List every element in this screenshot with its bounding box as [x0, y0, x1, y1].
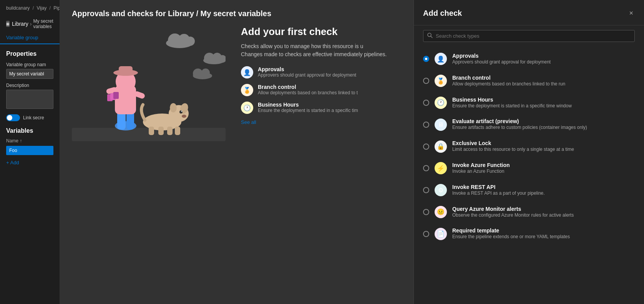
svg-rect-23 — [113, 92, 119, 99]
panel-check-item-rest-api[interactable]: ⚙ Invoke REST API Invoke a REST API as a… — [414, 179, 644, 201]
panel-check-icon-business: 🕐 — [435, 97, 447, 109]
panel-check-item-approvals[interactable]: 👤 Approvals Approvers should grant appro… — [414, 48, 644, 70]
breadcrumb-sep1: / — [33, 5, 34, 11]
panel-check-icon-template: 📄 — [435, 228, 447, 240]
radio-lock[interactable] — [423, 144, 429, 150]
svg-rect-31 — [149, 127, 154, 135]
breadcrumb: buildcanary / Vijay / Pipelines / Librar… — [0, 0, 60, 15]
breadcrumb-org[interactable]: buildcanary — [6, 5, 30, 11]
svg-rect-18 — [119, 66, 133, 75]
variables-section: Variables Name ↑ Foo + Add — [0, 127, 60, 168]
svg-line-36 — [431, 36, 433, 38]
panel-header: Add check × — [414, 0, 644, 25]
panel-check-item-azure-fn[interactable]: ⚡ Invoke Azure Function Invoke an Azure … — [414, 157, 644, 179]
panel-check-name-rest-api: Invoke REST API — [452, 184, 545, 190]
main-checks-items: 👤 Approvals Approvers should grant appro… — [241, 66, 401, 114]
check-info-approvals: Approvals Approvers should grant approva… — [258, 66, 356, 78]
panel-check-desc-artifact: Ensure artifacts adhere to custom polici… — [452, 124, 587, 131]
check-name-business: Business Hours — [258, 102, 358, 108]
panel-check-info-template: Required template Ensure the pipeline ex… — [452, 227, 570, 240]
check-name-branch: Branch control — [258, 84, 358, 90]
check-info-branch: Branch control Allow deployments based o… — [258, 84, 358, 95]
add-variable-button[interactable]: + Add — [6, 157, 53, 168]
radio-rest-api[interactable] — [423, 187, 429, 193]
link-secret-toggle[interactable] — [6, 114, 20, 121]
panel-check-name-approvals: Approvals — [452, 53, 551, 59]
check-icon-approvals: 👤 — [241, 66, 253, 79]
panel-check-info-rest-api: Invoke REST API Invoke a REST API as a p… — [452, 184, 545, 197]
panel-check-icon-monitor: 😐 — [435, 206, 447, 218]
link-secret-row: Link secre — [6, 114, 53, 121]
radio-artifact[interactable] — [423, 122, 429, 128]
illustration-area: Add your first check Checks allow you to… — [60, 26, 413, 141]
panel-check-info-lock: Exclusive Lock Limit access to this reso… — [452, 140, 574, 153]
search-input[interactable] — [436, 33, 631, 39]
library-icon: ▦ — [6, 21, 10, 27]
main-content: Approvals and checks for Library / My se… — [60, 0, 413, 304]
checks-desc-1: Checks allow you to manage how this reso… — [241, 43, 363, 49]
panel-check-icon-azure-fn: ⚡ — [435, 162, 447, 174]
svg-rect-33 — [167, 127, 173, 135]
illustration — [72, 26, 226, 141]
radio-monitor[interactable] — [423, 209, 429, 215]
svg-point-10 — [201, 68, 210, 77]
properties-title: Properties — [6, 50, 53, 57]
see-all-link[interactable]: See all — [241, 119, 401, 125]
link-secret-label: Link secre — [23, 115, 44, 120]
checks-list: Add your first check Checks allow you to… — [241, 26, 401, 125]
radio-approvals[interactable] — [423, 56, 429, 62]
close-button[interactable]: × — [627, 8, 635, 19]
panel-check-icon-rest-api: ⚙ — [435, 184, 447, 196]
search-icon — [427, 33, 433, 39]
panel-check-item-artifact[interactable]: 🖥 Evaluate artifact (preview) Ensure art… — [414, 114, 644, 135]
panel-check-info-business: Business Hours Ensure the deployment is … — [452, 97, 572, 109]
panel-check-desc-branch: Allow deployments based on branches link… — [452, 81, 565, 87]
panel-check-icon-approvals: 👤 — [435, 53, 447, 65]
panel-check-desc-business: Ensure the deployment is started in a sp… — [452, 103, 572, 109]
panel-check-item-monitor[interactable]: 😐 Query Azure Monitor alerts Observe the… — [414, 201, 644, 223]
panel-check-name-branch: Branch control — [452, 75, 565, 81]
sidebar: buildcanary / Vijay / Pipelines / Librar… — [0, 0, 60, 304]
svg-point-3 — [186, 37, 195, 46]
description-label: Description — [6, 83, 53, 88]
check-list: 👤 Approvals Approvers should grant appro… — [414, 47, 644, 304]
radio-branch[interactable] — [423, 78, 429, 84]
panel-check-name-business: Business Hours — [452, 97, 572, 103]
panel-check-icon-branch: 🏅 — [435, 75, 447, 87]
main-check-item-branch: 🏅 Branch control Allow deployments based… — [241, 84, 401, 96]
breadcrumb-user[interactable]: Vijay — [37, 5, 46, 11]
description-input[interactable] — [6, 90, 53, 109]
add-first-check-title: Add your first check — [241, 26, 401, 38]
secret-name[interactable]: My secret variables — [33, 18, 53, 29]
radio-azure-fn[interactable] — [423, 165, 429, 171]
panel-check-name-template: Required template — [452, 227, 570, 234]
panel-check-icon-lock: 🔒 — [435, 140, 447, 153]
panel-check-item-template[interactable]: 📄 Required template Ensure the pipeline … — [414, 223, 644, 245]
radio-template[interactable] — [423, 231, 429, 237]
variable-row-foo[interactable]: Foo — [6, 146, 53, 155]
radio-business[interactable] — [423, 100, 429, 106]
check-name-approvals: Approvals — [258, 66, 356, 72]
svg-point-30 — [182, 115, 186, 118]
panel-check-desc-rest-api: Invoke a REST API as a part of your pipe… — [452, 190, 545, 197]
breadcrumb-sep2: / — [50, 5, 51, 11]
svg-point-9 — [193, 68, 203, 79]
variable-group-input[interactable] — [6, 69, 53, 79]
main-check-item-approvals: 👤 Approvals Approvers should grant appro… — [241, 66, 401, 79]
check-icon-branch: 🏅 — [241, 84, 253, 96]
variable-group-tab[interactable]: Variable group — [0, 32, 60, 44]
panel-check-info-approvals: Approvals Approvers should grant approva… — [452, 53, 551, 65]
panel-check-icon-artifact: 🖥 — [435, 119, 447, 131]
check-icon-business: 🕐 — [241, 102, 253, 114]
panel-check-info-azure-fn: Invoke Azure Function Invoke an Azure Fu… — [452, 162, 510, 175]
checks-description: Checks allow you to manage how this reso… — [241, 42, 401, 58]
panel-check-desc-monitor: Observe the configured Azure Monitor rul… — [452, 212, 574, 219]
panel-check-item-branch[interactable]: 🏅 Branch control Allow deployments based… — [414, 70, 644, 92]
panel-check-name-monitor: Query Azure Monitor alerts — [452, 206, 574, 212]
library-label[interactable]: Library — [12, 21, 28, 27]
page-title: Approvals and checks for Library / My se… — [60, 0, 413, 26]
panel-check-name-artifact: Evaluate artifact (preview) — [452, 118, 587, 124]
panel-title: Add check — [423, 9, 462, 18]
panel-check-item-business[interactable]: 🕐 Business Hours Ensure the deployment i… — [414, 92, 644, 114]
panel-check-item-lock[interactable]: 🔒 Exclusive Lock Limit access to this re… — [414, 135, 644, 157]
